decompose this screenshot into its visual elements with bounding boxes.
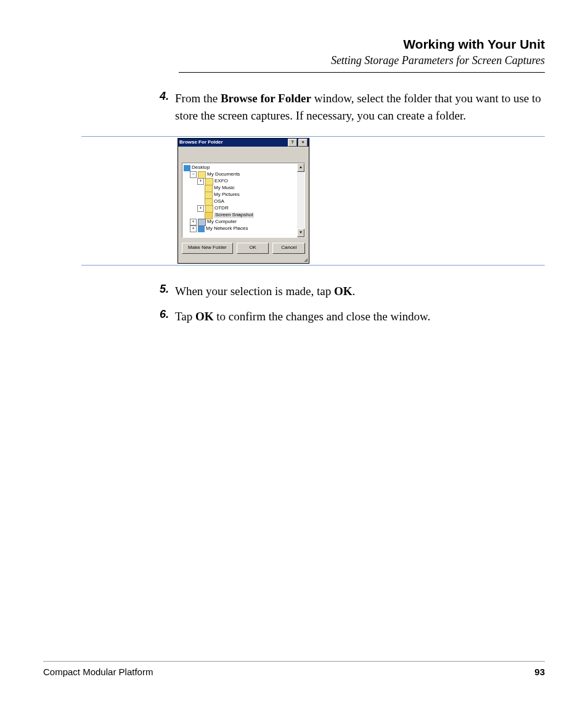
step-text: When your selection is made, tap OK. — [175, 283, 545, 300]
tree-screen-snapshot[interactable]: Screen Snapshot — [214, 213, 254, 218]
step-text-bold: OK — [334, 285, 353, 298]
step-number: 6. — [148, 308, 169, 321]
dialog-title: Browse For Folder — [179, 140, 287, 145]
plus-icon[interactable]: + — [197, 178, 204, 185]
step-4: 4. From the Browse for Folder window, se… — [148, 90, 545, 124]
step-6: 6. Tap OK to confirm the changes and clo… — [148, 308, 545, 325]
tree-desktop[interactable]: Desktop — [192, 165, 210, 171]
step-text: Tap OK to confirm the changes and close … — [175, 308, 545, 325]
plus-icon[interactable]: + — [190, 225, 197, 232]
step-text-pre: When your selection is made, tap — [175, 285, 334, 298]
make-new-folder-button[interactable]: Make New Folder — [182, 243, 233, 254]
scroll-down-icon[interactable]: ▼ — [297, 229, 304, 237]
step-5: 5. When your selection is made, tap OK. — [148, 283, 545, 300]
dialog-titlebar: Browse For Folder ? × — [178, 139, 309, 147]
network-places-icon — [198, 226, 205, 232]
close-button[interactable]: × — [298, 139, 308, 147]
folder-tree[interactable]: Desktop − My Documents + EXFO My Mu — [182, 163, 305, 238]
tree-my-music[interactable]: My Music — [214, 185, 235, 191]
help-button[interactable]: ? — [288, 139, 297, 147]
browse-for-folder-dialog: Browse For Folder ? × Desktop − My Docum… — [81, 136, 545, 266]
header-rule — [179, 72, 545, 73]
my-computer-icon — [198, 219, 206, 226]
step-text-post: to confirm the changes and close the win… — [214, 310, 431, 323]
step-text-bold: OK — [195, 310, 214, 323]
footer-product-name: Compact Modular Platform — [43, 667, 153, 677]
step-number: 5. — [148, 283, 169, 296]
page-section-title: Working with Your Unit — [179, 37, 545, 52]
tree-exfo[interactable]: EXFO — [214, 179, 228, 184]
plus-icon[interactable]: + — [197, 205, 204, 212]
step-text: From the Browse for Folder window, selec… — [175, 90, 545, 124]
tree-scrollbar[interactable]: ▲ ▼ — [297, 163, 304, 237]
tree-my-computer[interactable]: My Computer — [207, 219, 237, 225]
minus-icon[interactable]: − — [190, 171, 197, 178]
resize-grip-icon: ◢ — [178, 258, 309, 263]
step-text-pre: Tap — [175, 310, 195, 323]
step-text-pre: From the — [175, 92, 221, 105]
tree-my-documents[interactable]: My Documents — [207, 172, 240, 177]
cancel-button[interactable]: Cancel — [272, 243, 305, 254]
tree-otdr[interactable]: OTDR — [214, 206, 229, 211]
step-number: 4. — [148, 90, 169, 103]
scroll-up-icon[interactable]: ▲ — [297, 163, 304, 172]
page-section-subtitle: Setting Storage Parameters for Screen Ca… — [179, 54, 545, 67]
footer-rule — [43, 661, 545, 662]
plus-icon[interactable]: + — [190, 219, 197, 225]
step-text-bold: Browse for Folder — [221, 92, 311, 105]
tree-osa[interactable]: OSA — [214, 199, 224, 205]
tree-my-network-places[interactable]: My Network Places — [206, 226, 248, 232]
tree-my-pictures[interactable]: My Pictures — [214, 192, 240, 198]
step-text-post: . — [353, 285, 356, 298]
ok-button[interactable]: OK — [237, 243, 269, 254]
page-number: 93 — [534, 667, 545, 677]
desktop-icon — [184, 165, 190, 171]
